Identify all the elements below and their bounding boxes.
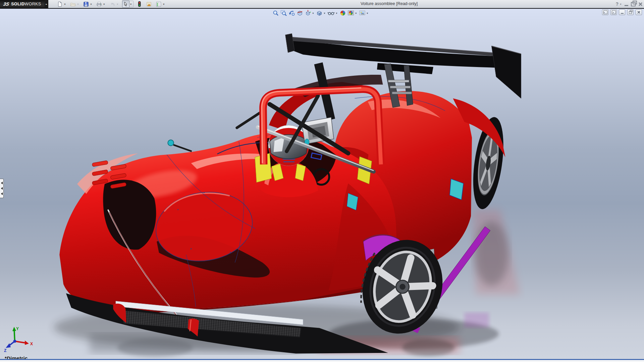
right-pane-icon <box>612 10 616 14</box>
display-style-button[interactable] <box>316 10 323 16</box>
section-view-icon <box>297 10 303 16</box>
save-button[interactable] <box>83 1 90 7</box>
undo-dropdown-caret[interactable]: ▼ <box>116 3 120 5</box>
apply-scene-button[interactable] <box>347 10 354 16</box>
view-settings-button[interactable] <box>359 10 366 16</box>
show-right-pane-button[interactable] <box>610 9 617 15</box>
view-orientation-caret[interactable]: ▼ <box>312 12 314 14</box>
document-window-controls <box>602 9 642 15</box>
close-document-button[interactable] <box>636 9 642 15</box>
save-icon <box>83 1 89 7</box>
window-title: Voiture assomblee [Read-only] <box>339 1 439 6</box>
save-dropdown-caret[interactable]: ▼ <box>90 3 93 5</box>
previous-view-button[interactable] <box>288 10 295 16</box>
brand-solid: SOLID <box>11 2 24 6</box>
logo-3ds-mark: 3S <box>3 1 10 7</box>
zoom-to-area-icon <box>280 10 287 16</box>
menu-flyout-arrow[interactable]: ▸ <box>45 0 48 8</box>
open-document-button[interactable] <box>69 1 76 7</box>
undo-button[interactable] <box>109 1 116 7</box>
collapse-arrow-icon <box>1 187 3 190</box>
previous-view-icon <box>288 10 295 16</box>
view-orientation-button[interactable] <box>305 10 311 16</box>
open-document-icon <box>70 1 76 7</box>
select-cursor-icon <box>123 1 128 7</box>
hide-show-items-button[interactable] <box>327 10 335 16</box>
section-view-button[interactable] <box>297 10 303 16</box>
options-checklist-icon <box>156 1 162 7</box>
restore-icon <box>629 11 632 14</box>
coordinate-triad: Y X Z <box>3 326 40 357</box>
view-settings-icon <box>359 10 366 16</box>
view-orientation-icon <box>305 10 311 16</box>
left-pane-icon <box>603 10 607 14</box>
edit-appearance-ball-icon <box>339 10 346 16</box>
display-style-icon <box>316 10 323 16</box>
open-dropdown-caret[interactable]: ▼ <box>76 3 80 5</box>
minimize-button[interactable] <box>625 5 628 6</box>
race-car-model <box>0 9 644 362</box>
print-icon <box>96 1 102 7</box>
main-toolbar: ▼ ▼ ▼ <box>56 1 166 7</box>
select-dropdown-caret[interactable]: ▼ <box>129 1 133 7</box>
window-controls: ? ▼ <box>616 0 643 8</box>
axis-label-x: X <box>30 342 33 346</box>
hide-show-items-caret[interactable]: ▼ <box>335 12 338 14</box>
edit-color-button[interactable] <box>145 1 153 7</box>
left-mirror <box>168 140 174 146</box>
title-bar[interactable]: 3S SOLIDWORKS ▸ ▼ ▼ <box>0 0 644 8</box>
new-document-button[interactable] <box>56 1 63 7</box>
minimize-document-button[interactable] <box>619 9 625 15</box>
zoom-to-fit-button[interactable] <box>272 10 279 16</box>
options-button[interactable] <box>155 1 162 7</box>
collapse-arrow-icon <box>1 182 3 184</box>
show-left-pane-button[interactable] <box>602 9 608 15</box>
help-button[interactable]: ? <box>616 1 619 7</box>
select-tool-button[interactable] <box>122 0 129 8</box>
restore-button[interactable] <box>631 2 636 6</box>
hide-show-items-glasses-icon <box>327 10 335 16</box>
collapse-arrow-icon <box>1 192 3 195</box>
close-icon <box>637 11 640 14</box>
new-dropdown-caret[interactable]: ▼ <box>63 3 67 5</box>
apply-scene-caret[interactable]: ▼ <box>355 12 357 14</box>
view-settings-caret[interactable]: ▼ <box>366 12 369 14</box>
minimize-icon <box>621 13 624 14</box>
edit-color-icon <box>146 1 152 7</box>
heads-up-view-toolbar: ▼ ▼ ▼ <box>272 9 370 17</box>
apply-scene-icon <box>347 10 354 16</box>
brand-works: WORKS <box>24 2 41 6</box>
help-dropdown-caret[interactable]: ▼ <box>620 3 622 5</box>
window-bottom-strip <box>0 360 644 362</box>
restore-document-button[interactable] <box>627 9 634 15</box>
rebuild-traffic-light-icon <box>137 1 142 7</box>
graphics-viewport[interactable]: ▼ ▼ ▼ <box>0 9 644 362</box>
new-document-icon <box>57 1 63 7</box>
solidworks-logo: 3S SOLIDWORKS <box>0 0 45 8</box>
display-style-caret[interactable]: ▼ <box>323 12 326 14</box>
feature-pane-splitter-tab[interactable] <box>0 179 4 198</box>
axis-label-y: Y <box>16 326 19 331</box>
print-button[interactable] <box>96 1 103 7</box>
print-dropdown-caret[interactable]: ▼ <box>103 3 106 5</box>
undo-icon <box>109 1 115 7</box>
zoom-to-fit-icon <box>272 10 279 16</box>
zoom-to-area-button[interactable] <box>280 10 287 16</box>
edit-appearance-button[interactable] <box>339 10 346 16</box>
close-button[interactable] <box>638 2 643 6</box>
axis-label-z: Z <box>4 348 6 353</box>
solidworks-window: 3S SOLIDWORKS ▸ ▼ ▼ <box>0 0 644 362</box>
rebuild-button[interactable] <box>136 1 143 7</box>
options-dropdown-caret[interactable]: ▼ <box>162 3 166 5</box>
